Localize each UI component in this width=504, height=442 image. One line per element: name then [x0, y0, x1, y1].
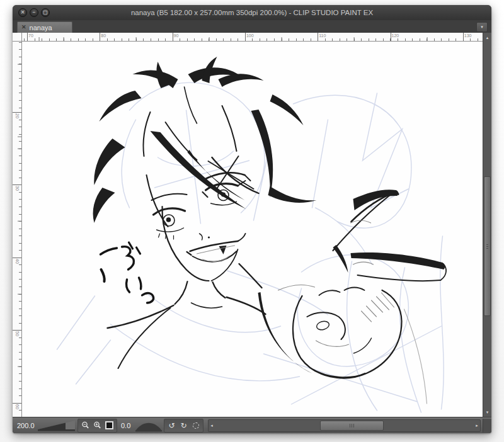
- rotation-slider[interactable]: [135, 419, 162, 433]
- ink-layer: [93, 57, 447, 404]
- horizontal-ruler[interactable]: 708090100110120130: [22, 33, 483, 42]
- grip-icon: [350, 424, 354, 428]
- ruler-major-tick: [245, 33, 246, 41]
- minimize-icon: −: [33, 9, 36, 15]
- ruler-label: 40: [15, 259, 20, 264]
- vertical-ruler-mid-ticks: [18, 42, 21, 417]
- canvas-artwork: [22, 42, 483, 417]
- hair-strands: [144, 87, 259, 227]
- ruler-major-tick: [173, 33, 173, 41]
- hand-detail-lines: [197, 220, 427, 404]
- close-button[interactable]: ✕: [18, 8, 27, 17]
- ruler-label: 70: [28, 33, 33, 38]
- ruler-label: 80: [101, 33, 106, 38]
- reset-rotation-icon: [193, 422, 199, 429]
- ruler-corner: [13, 33, 22, 42]
- actual-size-button[interactable]: [104, 420, 115, 431]
- triangle-down-icon: ▾: [486, 410, 489, 414]
- scroll-up-arrow[interactable]: ▴: [483, 34, 491, 42]
- magnifier-minus-icon: [81, 421, 89, 429]
- navigation-status-bar: 200.0: [13, 417, 491, 433]
- ruler-label: 130: [464, 33, 472, 38]
- rotate-right-icon: ↻: [180, 422, 186, 429]
- horizontal-scrollbar-thumb[interactable]: [320, 421, 384, 431]
- zoom-out-button[interactable]: [80, 420, 91, 431]
- actual-size-icon: [105, 421, 113, 429]
- zoom-slider[interactable]: [38, 419, 76, 433]
- face-lines: [152, 173, 251, 281]
- ruler-label: 50: [15, 331, 20, 336]
- ruler-major-tick: [13, 112, 21, 113]
- ruler-label: 30: [15, 186, 20, 191]
- ruler-label: 100: [246, 33, 254, 38]
- ruler-label: 120: [392, 33, 399, 38]
- face-fills: [166, 192, 227, 254]
- ruler-major-tick: [27, 33, 28, 41]
- scroll-down-arrow[interactable]: ▾: [483, 409, 491, 416]
- zoom-in-button[interactable]: [92, 420, 103, 431]
- drawing-canvas[interactable]: [22, 42, 483, 417]
- statusbar-corner: [483, 419, 491, 433]
- handwritten-annotation: [101, 242, 154, 303]
- rotate-left-button[interactable]: ↺: [166, 420, 177, 431]
- ruler-major-tick: [100, 33, 100, 41]
- rotation-value[interactable]: 0.0: [119, 422, 135, 429]
- window-title: nanaya (B5 182.00 x 257.00mm 350dpi 200.…: [13, 9, 491, 16]
- grip-icon: [486, 244, 488, 249]
- vertical-scrollbar[interactable]: ▴ ▾: [483, 33, 491, 417]
- ruler-major-tick: [391, 33, 391, 41]
- ruler-major-tick: [318, 33, 318, 41]
- tab-label: nanaya: [30, 24, 52, 31]
- scroll-right-arrow[interactable]: ▸: [474, 420, 480, 431]
- zoom-value[interactable]: 200.0: [15, 422, 38, 429]
- ruler-major-tick: [13, 258, 21, 258]
- magnifier-plus-icon: [93, 421, 101, 429]
- vertical-scrollbar-thumb[interactable]: [484, 176, 491, 316]
- ruler-label: 60: [15, 404, 20, 409]
- rotate-right-button[interactable]: ↻: [178, 420, 189, 431]
- triangle-up-icon: ▴: [486, 35, 489, 40]
- body-lines: [108, 264, 266, 368]
- horizontal-scrollbar[interactable]: ◂ ▸: [208, 419, 481, 432]
- document-tab-nanaya[interactable]: ✕ nanaya: [17, 21, 72, 33]
- close-icon: ✕: [21, 9, 25, 15]
- rotate-buttons-group: ↺ ↻: [164, 419, 203, 433]
- document-tab-bar: ✕ nanaya ▾: [13, 20, 491, 33]
- triangle-left-icon: ◂: [210, 423, 213, 428]
- ruler-major-tick: [13, 403, 21, 404]
- triangle-right-icon: ▸: [476, 423, 478, 428]
- vertical-ruler[interactable]: 2030405060: [13, 42, 22, 417]
- title-bar[interactable]: ✕ − ▢ nanaya (B5 182.00 x 257.00mm 350dp…: [13, 5, 491, 21]
- clip-studio-window: ✕ − ▢ nanaya (B5 182.00 x 257.00mm 350dp…: [13, 5, 491, 433]
- ruler-major-tick: [463, 33, 464, 41]
- maximize-icon: ▢: [43, 9, 48, 15]
- ruler-label: 90: [174, 33, 179, 38]
- reset-rotation-button[interactable]: [190, 420, 201, 431]
- maximize-button[interactable]: ▢: [41, 8, 50, 17]
- tab-close-icon[interactable]: ✕: [21, 25, 26, 30]
- rotate-left-icon: ↺: [168, 422, 175, 429]
- ruler-label: 20: [15, 113, 20, 118]
- zoom-buttons-group: [77, 419, 117, 433]
- scroll-left-arrow[interactable]: ◂: [209, 420, 215, 431]
- window-controls: ✕ − ▢: [18, 8, 50, 17]
- chevron-down-icon: ▾: [481, 25, 483, 29]
- desktop: ✕ − ▢ nanaya (B5 182.00 x 257.00mm 350dp…: [0, 0, 504, 442]
- tab-list-button[interactable]: ▾: [476, 22, 488, 32]
- minimize-button[interactable]: −: [30, 8, 38, 17]
- ruler-label: 110: [319, 33, 326, 38]
